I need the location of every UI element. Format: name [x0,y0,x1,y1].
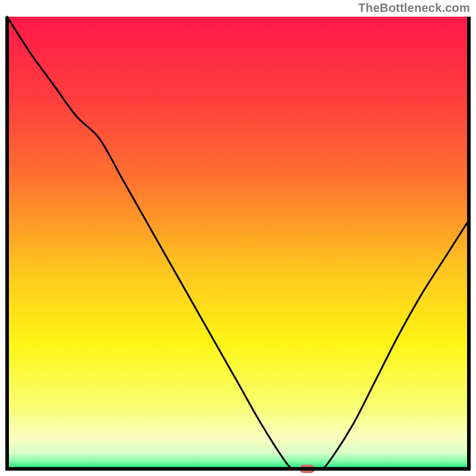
watermark-text: TheBottleneck.com [358,1,470,15]
chart-container: TheBottleneck.com [0,0,476,476]
chart-background [7,17,469,469]
bottleneck-chart [0,0,476,476]
